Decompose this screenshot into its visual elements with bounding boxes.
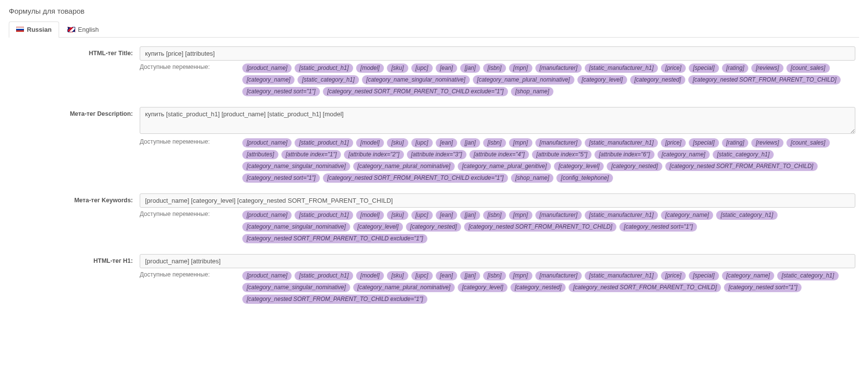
variable-tag[interactable]: [category_nested SORT_FROM_PARENT_TO_CHI… <box>665 162 818 171</box>
variable-tag[interactable]: [attributes] <box>242 150 278 159</box>
input-keywords[interactable] <box>140 193 855 208</box>
variable-tag[interactable]: [isbn] <box>483 271 506 280</box>
variable-tag[interactable]: [category_name_plural_nominative] <box>473 75 574 85</box>
variable-tag[interactable]: [isbn] <box>483 64 506 73</box>
variable-tag[interactable]: [jan] <box>460 271 480 280</box>
variable-tag[interactable]: [model] <box>356 211 384 220</box>
variable-tag[interactable]: [upc] <box>411 138 433 148</box>
variable-tag[interactable]: [category_nested SORT_FROM_PARENT_TO_CHI… <box>242 295 427 304</box>
variable-tag[interactable]: [rating] <box>722 64 749 73</box>
variable-tag[interactable]: [category_name_singular_nominative] <box>242 283 350 292</box>
variable-tag[interactable]: [sku] <box>387 271 408 280</box>
variable-tag[interactable]: [category_name] <box>657 150 710 159</box>
variable-tag[interactable]: [shop_name] <box>511 87 553 96</box>
variable-tag[interactable]: [category_name_singular_nominative] <box>242 162 350 171</box>
variable-tag[interactable]: [category_name_plural_nominative] <box>353 283 455 292</box>
variable-tag[interactable]: [category_level] <box>353 222 403 232</box>
variable-tag[interactable]: [sku] <box>387 138 408 148</box>
variable-tag[interactable]: [attribute index="1"] <box>281 150 341 159</box>
variable-tag[interactable]: [attribute index="6"] <box>594 150 654 159</box>
variable-tag[interactable]: [static_product_h1] <box>295 64 353 73</box>
variable-tag[interactable]: [static_manufacturer_h1] <box>585 271 658 280</box>
variable-tag[interactable]: [count_sales] <box>786 138 830 148</box>
variable-tag[interactable]: [mpn] <box>509 211 532 220</box>
variable-tag[interactable]: [ean] <box>436 271 458 280</box>
variable-tag[interactable]: [reviews] <box>751 138 783 148</box>
variable-tag[interactable]: [product_name] <box>242 64 292 73</box>
variable-tag[interactable]: [price] <box>661 64 686 73</box>
variable-tag[interactable]: [attribute index="4"] <box>469 150 529 159</box>
variable-tag[interactable]: [sku] <box>387 64 408 73</box>
variable-tag[interactable]: [model] <box>356 271 384 280</box>
variable-tag[interactable]: [product_name] <box>242 138 292 148</box>
variable-tag[interactable]: [upc] <box>411 271 433 280</box>
variable-tag[interactable]: [category_name] <box>661 211 713 220</box>
variable-tag[interactable]: [jan] <box>460 64 480 73</box>
variable-tag[interactable]: [category_name] <box>722 271 774 280</box>
variable-tag[interactable]: [category_nested SORT_FROM_PARENT_TO_CHI… <box>464 222 616 232</box>
variable-tag[interactable]: [category_level] <box>458 283 508 292</box>
variable-tag[interactable]: [manufacturer] <box>535 64 582 73</box>
variable-tag[interactable]: [upc] <box>411 211 433 220</box>
variable-tag[interactable]: [count_sales] <box>786 64 830 73</box>
variable-tag[interactable]: [static_category_h1] <box>777 271 838 280</box>
variable-tag[interactable]: [static_product_h1] <box>295 211 353 220</box>
variable-tag[interactable]: [config_telephone] <box>556 173 613 183</box>
textarea-description[interactable] <box>140 107 855 134</box>
variable-tag[interactable]: [mpn] <box>509 271 532 280</box>
variable-tag[interactable]: [isbn] <box>483 211 506 220</box>
variable-tag[interactable]: [category_nested SORT_FROM_PARENT_TO_CHI… <box>323 87 508 96</box>
variable-tag[interactable]: [category_name_singular_nominative] <box>362 75 470 85</box>
variable-tag[interactable]: [static_manufacturer_h1] <box>585 211 658 220</box>
variable-tag[interactable]: [category_nested sort="1"] <box>242 87 320 96</box>
variable-tag[interactable]: [special] <box>689 138 719 148</box>
variable-tag[interactable]: [category_nested] <box>607 162 662 171</box>
variable-tag[interactable]: [jan] <box>460 138 480 148</box>
variable-tag[interactable]: [ean] <box>436 64 458 73</box>
variable-tag[interactable]: [special] <box>689 271 719 280</box>
variable-tag[interactable]: [attribute index="3"] <box>407 150 466 159</box>
variable-tag[interactable]: [category_nested SORT_FROM_PARENT_TO_CHI… <box>688 75 841 85</box>
variable-tag[interactable]: [sku] <box>387 211 408 220</box>
variable-tag[interactable]: [category_nested] <box>510 283 566 292</box>
variable-tag[interactable]: [static_category_h1] <box>716 211 777 220</box>
variable-tag[interactable]: [category_name] <box>242 75 295 85</box>
variable-tag[interactable]: [reviews] <box>751 64 783 73</box>
variable-tag[interactable]: [product_name] <box>242 271 292 280</box>
variable-tag[interactable]: [category_nested SORT_FROM_PARENT_TO_CHI… <box>569 283 721 292</box>
variable-tag[interactable]: [category_nested sort="1"] <box>619 222 697 232</box>
variable-tag[interactable]: [price] <box>661 138 686 148</box>
variable-tag[interactable]: [category_name_plural_nominative] <box>353 162 455 171</box>
variable-tag[interactable]: [manufacturer] <box>535 211 582 220</box>
variable-tag[interactable]: [static_category_h1] <box>713 150 774 159</box>
variable-tag[interactable]: [mpn] <box>509 138 532 148</box>
variable-tag[interactable]: [mpn] <box>509 64 532 73</box>
variable-tag[interactable]: [manufacturer] <box>535 138 582 148</box>
variable-tag[interactable]: [category_name_singular_nominative] <box>242 222 350 232</box>
variable-tag[interactable]: [jan] <box>460 211 480 220</box>
variable-tag[interactable]: [model] <box>356 138 384 148</box>
tab-russian[interactable]: Russian <box>9 21 59 38</box>
variable-tag[interactable]: [category_nested sort="1"] <box>724 283 802 292</box>
variable-tag[interactable]: [category_level] <box>577 75 627 85</box>
variable-tag[interactable]: [isbn] <box>483 138 506 148</box>
variable-tag[interactable]: [special] <box>689 64 719 73</box>
variable-tag[interactable]: [static_category_h1] <box>297 75 359 85</box>
variable-tag[interactable]: [category_level] <box>554 162 604 171</box>
variable-tag[interactable]: [category_nested sort="1"] <box>242 173 320 183</box>
tab-english[interactable]: English <box>60 21 106 38</box>
variable-tag[interactable]: [static_product_h1] <box>295 271 353 280</box>
variable-tag[interactable]: [attribute index="5"] <box>532 150 592 159</box>
variable-tag[interactable]: [rating] <box>722 138 749 148</box>
variable-tag[interactable]: [upc] <box>411 64 433 73</box>
variable-tag[interactable]: [ean] <box>436 211 458 220</box>
variable-tag[interactable]: [category_name_plural_genitive] <box>458 162 551 171</box>
variable-tag[interactable]: [category_nested SORT_FROM_PARENT_TO_CHI… <box>242 234 427 243</box>
variable-tag[interactable]: [category_nested] <box>406 222 461 232</box>
variable-tag[interactable]: [price] <box>661 271 686 280</box>
variable-tag[interactable]: [static_product_h1] <box>295 138 353 148</box>
variable-tag[interactable]: [attribute index="2"] <box>344 150 403 159</box>
variable-tag[interactable]: [category_nested] <box>630 75 685 85</box>
variable-tag[interactable]: [ean] <box>436 138 458 148</box>
variable-tag[interactable]: [product_name] <box>242 211 292 220</box>
